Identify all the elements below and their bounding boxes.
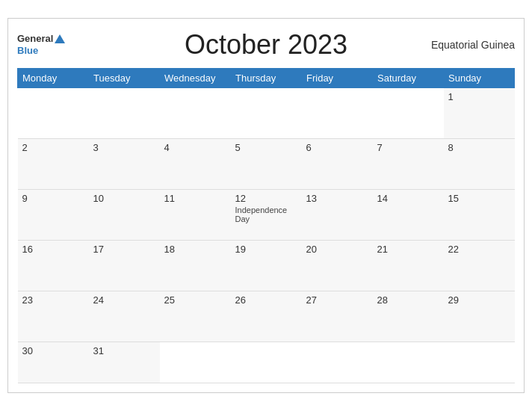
day-number: 28 bbox=[377, 294, 439, 306]
logo-general-text: General bbox=[17, 33, 53, 45]
calendar-day-cell: 11 bbox=[160, 190, 231, 241]
calendar-day-cell: 16 bbox=[18, 241, 89, 291]
calendar-day-cell: 28 bbox=[373, 291, 444, 342]
calendar-day-cell: 10 bbox=[89, 190, 160, 241]
day-number: 12 bbox=[235, 193, 297, 204]
day-number: 1 bbox=[448, 91, 510, 102]
calendar-week-row: 3031 bbox=[18, 342, 515, 383]
calendar-header: General Blue October 2023 Equatorial Gui… bbox=[17, 26, 515, 64]
weekday-sunday: Sunday bbox=[444, 69, 515, 88]
calendar-day-cell bbox=[231, 88, 302, 139]
day-number: 5 bbox=[235, 142, 297, 153]
weekday-header-row: Monday Tuesday Wednesday Thursday Friday… bbox=[18, 69, 515, 88]
day-number: 6 bbox=[306, 142, 368, 153]
calendar-day-cell: 25 bbox=[160, 291, 231, 342]
calendar-day-cell: 1 bbox=[444, 88, 515, 139]
calendar-day-cell: 22 bbox=[444, 241, 515, 291]
day-number: 24 bbox=[93, 294, 155, 306]
calendar-week-row: 9101112Independence Day131415 bbox=[18, 190, 515, 241]
calendar-day-cell: 4 bbox=[160, 139, 231, 190]
calendar-week-row: 2345678 bbox=[18, 139, 515, 190]
day-number: 27 bbox=[306, 294, 368, 306]
day-number: 16 bbox=[22, 244, 84, 255]
calendar: General Blue October 2023 Equatorial Gui… bbox=[7, 18, 525, 393]
day-number: 8 bbox=[448, 142, 510, 153]
calendar-day-cell: 18 bbox=[160, 241, 231, 291]
weekday-friday: Friday bbox=[302, 69, 373, 88]
day-number: 13 bbox=[306, 193, 368, 204]
day-number: 31 bbox=[93, 345, 155, 356]
day-number: 11 bbox=[164, 193, 226, 204]
calendar-day-cell: 29 bbox=[444, 291, 515, 342]
day-number: 18 bbox=[164, 244, 226, 255]
calendar-day-cell: 8 bbox=[444, 139, 515, 190]
calendar-day-cell bbox=[302, 342, 373, 383]
day-event: Independence Day bbox=[235, 206, 297, 223]
calendar-title: October 2023 bbox=[185, 29, 347, 61]
calendar-day-cell: 5 bbox=[231, 139, 302, 190]
calendar-day-cell bbox=[444, 342, 515, 383]
calendar-week-row: 23242526272829 bbox=[18, 291, 515, 342]
calendar-day-cell: 3 bbox=[89, 139, 160, 190]
calendar-day-cell bbox=[18, 88, 89, 139]
day-number: 22 bbox=[448, 244, 510, 255]
weekday-tuesday: Tuesday bbox=[89, 69, 160, 88]
day-number: 10 bbox=[93, 193, 155, 204]
calendar-day-cell: 9 bbox=[18, 190, 89, 241]
calendar-day-cell: 24 bbox=[89, 291, 160, 342]
logo-blue-text: Blue bbox=[17, 45, 38, 57]
calendar-day-cell: 21 bbox=[373, 241, 444, 291]
calendar-day-cell: 12Independence Day bbox=[231, 190, 302, 241]
calendar-week-row: 16171819202122 bbox=[18, 241, 515, 291]
day-number: 19 bbox=[235, 244, 297, 255]
day-number: 17 bbox=[93, 244, 155, 255]
calendar-day-cell bbox=[373, 88, 444, 139]
calendar-day-cell: 20 bbox=[302, 241, 373, 291]
day-number: 25 bbox=[164, 294, 226, 306]
calendar-day-cell: 14 bbox=[373, 190, 444, 241]
weekday-thursday: Thursday bbox=[231, 69, 302, 88]
day-number: 29 bbox=[448, 294, 510, 306]
calendar-day-cell: 31 bbox=[89, 342, 160, 383]
logo: General Blue bbox=[17, 33, 65, 56]
calendar-day-cell: 19 bbox=[231, 241, 302, 291]
day-number: 2 bbox=[22, 142, 84, 153]
calendar-day-cell: 6 bbox=[302, 139, 373, 190]
day-number: 21 bbox=[377, 244, 439, 255]
day-number: 23 bbox=[22, 294, 84, 306]
calendar-table: Monday Tuesday Wednesday Thursday Friday… bbox=[17, 68, 515, 383]
day-number: 7 bbox=[377, 142, 439, 153]
day-number: 9 bbox=[22, 193, 84, 204]
weekday-wednesday: Wednesday bbox=[160, 69, 231, 88]
calendar-day-cell: 15 bbox=[444, 190, 515, 241]
country-label: Equatorial Guinea bbox=[431, 39, 515, 51]
calendar-day-cell bbox=[160, 88, 231, 139]
calendar-day-cell bbox=[302, 88, 373, 139]
day-number: 4 bbox=[164, 142, 226, 153]
calendar-day-cell: 13 bbox=[302, 190, 373, 241]
calendar-day-cell: 2 bbox=[18, 139, 89, 190]
weekday-saturday: Saturday bbox=[373, 69, 444, 88]
logo-triangle-icon bbox=[55, 34, 65, 43]
calendar-day-cell bbox=[160, 342, 231, 383]
calendar-day-cell: 17 bbox=[89, 241, 160, 291]
day-number: 15 bbox=[448, 193, 510, 204]
calendar-day-cell: 26 bbox=[231, 291, 302, 342]
day-number: 20 bbox=[306, 244, 368, 255]
day-number: 14 bbox=[377, 193, 439, 204]
calendar-day-cell bbox=[89, 88, 160, 139]
day-number: 26 bbox=[235, 294, 297, 306]
day-number: 3 bbox=[93, 142, 155, 153]
day-number: 30 bbox=[22, 345, 84, 356]
calendar-day-cell: 23 bbox=[18, 291, 89, 342]
calendar-week-row: 1 bbox=[18, 88, 515, 139]
weekday-monday: Monday bbox=[18, 69, 89, 88]
calendar-day-cell: 7 bbox=[373, 139, 444, 190]
calendar-day-cell bbox=[373, 342, 444, 383]
calendar-day-cell: 30 bbox=[18, 342, 89, 383]
calendar-day-cell: 27 bbox=[302, 291, 373, 342]
calendar-day-cell bbox=[231, 342, 302, 383]
